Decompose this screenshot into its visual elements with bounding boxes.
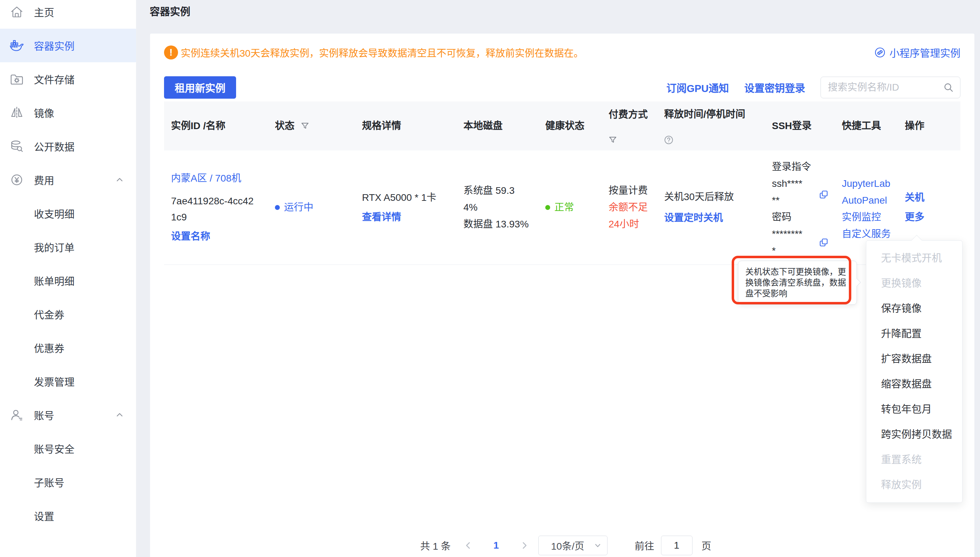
sidebar-item-images[interactable]: 镜像 — [0, 96, 136, 129]
menu-item-no-gpu-boot[interactable]: 无卡模式开机 — [866, 246, 962, 271]
col-header-health: 健康状态 — [538, 119, 601, 133]
page-size-value: 10条/页 — [551, 539, 584, 552]
col-header-ssh: SSH登录 — [765, 119, 835, 133]
menu-item-shrink-data-disk[interactable]: 缩容数据盘 — [866, 371, 962, 397]
col-header-billing: 付费方式 — [601, 108, 657, 144]
subscribe-gpu-link[interactable]: 订阅GPU通知 — [666, 80, 729, 95]
yuan-circle-icon — [10, 173, 24, 187]
home-icon — [10, 5, 24, 19]
balance-warning: 余额不足 — [609, 199, 650, 216]
sidebar-item-home[interactable]: 主页 — [0, 0, 136, 29]
prev-page-button[interactable] — [454, 541, 482, 550]
sidebar-item-public-data[interactable]: 公开数据 — [0, 129, 136, 163]
sidebar-item-file-storage[interactable]: 文件存储 — [0, 62, 136, 96]
sidebar-item-my-orders[interactable]: 我的订单 — [0, 230, 136, 264]
data-disk-usage: 数据盘 13.93% — [463, 216, 531, 233]
more-actions-menu: 无卡模式开机 更换镜像 保存镜像 升降配置 扩容数据盘 缩容数据盘 转包年包月 … — [866, 240, 962, 503]
menu-item-scale-config[interactable]: 升降配置 — [866, 321, 962, 346]
balance-warning-wrap: 24小时 — [609, 216, 650, 233]
question-circle-icon[interactable] — [664, 135, 758, 145]
custom-service-link[interactable]: 自定义服务 — [842, 228, 891, 239]
user-icon — [10, 407, 24, 422]
goto-page-input[interactable] — [661, 536, 692, 555]
ssh-password-label: 密码 — [772, 209, 828, 226]
sidebar-item-account[interactable]: 账号 — [0, 398, 136, 432]
set-key-login-link[interactable]: 设置密钥登录 — [744, 80, 805, 95]
instance-region-link[interactable]: 内蒙A区 / 708机 — [171, 170, 261, 187]
sidebar-item-billing-details[interactable]: 账单明细 — [0, 264, 136, 297]
system-disk-usage-wrap: 4% — [463, 199, 531, 216]
cell-local-disk: 系统盘 59.3 4% 数据盘 13.93% — [457, 150, 538, 264]
instance-id: 7ae411928c-4cc42 1c9 — [171, 193, 261, 225]
col-header-quick-tools: 快捷工具 — [835, 119, 898, 133]
page-number-current[interactable]: 1 — [482, 540, 510, 551]
menu-item-release-instance[interactable]: 释放实例 — [866, 472, 962, 498]
menu-item-change-image[interactable]: 更换镜像 — [866, 271, 962, 296]
toolbar-right: 订阅GPU通知 设置密钥登录 — [666, 77, 960, 98]
sidebar-item-settings[interactable]: 设置 — [0, 499, 136, 533]
copy-password-icon[interactable] — [819, 238, 828, 247]
cell-spec: RTX A5000 * 1卡 查看详情 — [355, 150, 457, 264]
rent-new-instance-button[interactable]: 租用新实例 — [164, 76, 236, 99]
cell-ssh: 登录指令 ssh**** ** 密码 ******** * — [765, 150, 835, 264]
health-text: 正常 — [554, 199, 574, 216]
page-title: 容器实例 — [150, 3, 190, 20]
status-text: 运行中 — [284, 199, 314, 216]
chevron-up-icon[interactable] — [116, 411, 124, 419]
instance-monitor-link[interactable]: 实例监控 — [842, 212, 881, 223]
status-dot-running — [275, 205, 280, 210]
cell-release-time: 关机30天后释放 设置定时关机 — [657, 150, 765, 264]
sidebar-nav: 主页 容器实例 文件存储 镜像 — [0, 0, 136, 533]
view-spec-details-link[interactable]: 查看详情 — [362, 209, 449, 226]
col-header-actions: 操作 — [898, 119, 960, 133]
release-time-text: 关机30天后释放 — [664, 189, 758, 205]
quick-tools: JupyterLab AutoPanel 实例监控 自定义服务 — [842, 175, 891, 243]
more-actions-button[interactable]: 更多 — [905, 209, 925, 226]
sidebar-item-label: 代金券 — [34, 307, 64, 321]
menu-item-cross-instance-copy[interactable]: 跨实例拷贝数据 — [866, 422, 962, 447]
billing-type: 按量计费 — [609, 182, 650, 199]
app-root: 主页 容器实例 文件存储 镜像 — [0, 0, 980, 557]
sidebar-item-fees[interactable]: 费用 — [0, 163, 136, 197]
menu-item-expand-data-disk[interactable]: 扩容数据盘 — [866, 346, 962, 371]
search-input[interactable] — [821, 77, 960, 98]
sidebar-item-label: 容器实例 — [34, 38, 75, 53]
menu-item-reset-system[interactable]: 重置系统 — [866, 447, 962, 472]
sidebar-item-coupons[interactable]: 优惠券 — [0, 331, 136, 365]
sidebar-item-container-instances[interactable]: 容器实例 — [0, 29, 136, 62]
autopanel-link[interactable]: AutoPanel — [842, 195, 887, 206]
instances-table: 实例ID /名称 状态 规格详情 本地磁盘 健康状态 付费方式 释放时间/停 — [164, 101, 960, 265]
release-warning-text: 实例连续关机30天会释放实例，实例释放会导致数据清空且不可恢复，释放前实例在数据… — [181, 46, 583, 59]
ssh-command-label: 登录指令 — [772, 158, 828, 175]
warning-icon: ! — [164, 46, 178, 59]
sidebar-item-label: 收支明细 — [34, 206, 75, 221]
total-count: 共 1 条 — [420, 539, 450, 552]
set-name-link[interactable]: 设置名称 — [171, 228, 261, 245]
menu-item-save-image[interactable]: 保存镜像 — [866, 296, 962, 321]
sidebar-item-label: 镜像 — [34, 105, 54, 120]
release-warning-alert: ! 实例连续关机30天会释放实例，实例释放会导致数据清空且不可恢复，释放前实例在… — [164, 46, 583, 59]
chevron-up-icon[interactable] — [116, 176, 124, 184]
sidebar-item-label: 公开数据 — [34, 139, 75, 153]
col-header-spec: 规格详情 — [355, 119, 457, 133]
copy-ssh-command-icon[interactable] — [819, 190, 828, 199]
jupyterlab-link[interactable]: JupyterLab — [842, 178, 891, 189]
sidebar-item-vouchers[interactable]: 代金券 — [0, 297, 136, 331]
page-size-select[interactable]: 10条/页 — [538, 536, 608, 555]
next-page-button[interactable] — [510, 541, 538, 550]
table-header: 实例ID /名称 状态 规格详情 本地磁盘 健康状态 付费方式 释放时间/停 — [164, 101, 960, 150]
filter-icon[interactable] — [301, 122, 309, 130]
sidebar-item-invoice-management[interactable]: 发票管理 — [0, 365, 136, 398]
system-disk-usage: 系统盘 59.3 — [463, 182, 531, 199]
shutdown-button[interactable]: 关机 — [905, 192, 925, 203]
sidebar-item-sub-accounts[interactable]: 子账号 — [0, 465, 136, 499]
sidebar-item-income-expense[interactable]: 收支明细 — [0, 197, 136, 230]
cell-billing: 按量计费 余额不足 24小时 — [601, 150, 657, 264]
mini-program-link[interactable]: 小程序管理实例 — [875, 45, 960, 60]
filter-icon[interactable] — [609, 136, 650, 144]
menu-item-convert-subscription[interactable]: 转包年包月 — [866, 397, 962, 422]
set-timed-shutdown-link[interactable]: 设置定时关机 — [664, 210, 758, 226]
alert-row: ! 实例连续关机30天会释放实例，实例释放会导致数据清空且不可恢复，释放前实例在… — [164, 42, 960, 63]
sidebar-item-account-security[interactable]: 账号安全 — [0, 432, 136, 465]
search-icon[interactable] — [943, 82, 954, 93]
